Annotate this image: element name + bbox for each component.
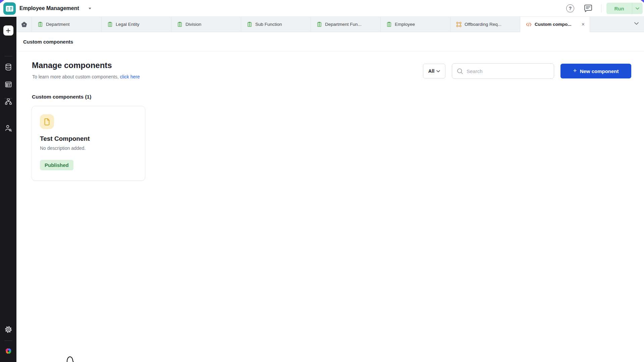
- tab-offboarding-request[interactable]: Offboarding Req...: [450, 17, 520, 32]
- filter-dropdown-value: All: [428, 68, 435, 74]
- sidebar-divider: [4, 56, 12, 56]
- tab-label: Custom compo...: [535, 22, 572, 27]
- tab-custom-components-active[interactable]: Custom compo... ×: [520, 17, 590, 32]
- plus-icon: +: [573, 67, 577, 74]
- new-component-label: New component: [580, 68, 619, 74]
- comment-icon[interactable]: [584, 4, 593, 13]
- page-title: Custom components: [16, 33, 644, 51]
- table-icon: [247, 22, 252, 27]
- workflow-icon: [456, 22, 462, 27]
- left-sidebar: [0, 17, 16, 362]
- app-logo-idcard-icon[interactable]: [3, 2, 16, 15]
- topbar-divider: [601, 4, 601, 12]
- app-title-caret-icon[interactable]: [89, 8, 91, 9]
- tab-label: Offboarding Req...: [465, 22, 501, 27]
- manage-components-heading: Manage components: [32, 61, 112, 70]
- sidebar-divider: [4, 98, 12, 99]
- ink-annotation: [66, 354, 78, 362]
- run-dropdown-button[interactable]: [632, 3, 643, 14]
- status-badge: Published: [40, 160, 73, 170]
- tab-label: Department: [46, 22, 70, 27]
- table-icon: [177, 22, 182, 27]
- chevron-down-icon: [436, 70, 440, 72]
- tab-label: Department Fun...: [325, 22, 362, 27]
- table-icon: [38, 22, 43, 27]
- component-description: No description added.: [40, 145, 137, 151]
- search-icon: [457, 68, 463, 74]
- tab-label: Legal Entity: [116, 22, 140, 27]
- tab-label: Employee: [395, 22, 415, 27]
- tab-department[interactable]: Department: [32, 17, 102, 32]
- add-new-button[interactable]: [0, 25, 16, 36]
- plus-icon: [3, 25, 13, 36]
- sidebar-item-workflows[interactable]: [0, 98, 16, 105]
- help-glyph: ?: [569, 6, 572, 11]
- table-icon: [107, 22, 113, 27]
- tab-label: Sub Function: [255, 22, 282, 27]
- tab-sub-function[interactable]: Sub Function: [241, 17, 311, 32]
- filter-dropdown[interactable]: All: [423, 64, 445, 78]
- run-button-group: Run: [606, 3, 643, 14]
- app-title: Employee Management: [19, 0, 79, 17]
- tab-employee[interactable]: Employee: [381, 17, 450, 32]
- new-component-button[interactable]: + New component: [560, 64, 631, 78]
- table-icon: [386, 22, 392, 27]
- tab-overflow-chevron-icon[interactable]: [634, 22, 639, 25]
- sidebar-item-database[interactable]: [0, 63, 16, 71]
- tab-bar: Department Legal Entity Division Sub Fun…: [16, 17, 644, 32]
- table-icon: [317, 22, 322, 27]
- click-here-link[interactable]: click here: [120, 74, 140, 79]
- brand-logo-icon[interactable]: [0, 347, 16, 355]
- settings-gear-icon[interactable]: [0, 325, 16, 334]
- component-title: Test Component: [40, 135, 137, 142]
- file-icon: [40, 114, 54, 129]
- help-icon[interactable]: ?: [566, 4, 574, 12]
- home-tab-button[interactable]: [16, 17, 32, 32]
- manage-components-subtitle: To learn more about custom components,cl…: [32, 74, 140, 79]
- page-title-text: Custom components: [23, 39, 73, 45]
- tab-division[interactable]: Division: [171, 17, 241, 32]
- search-input[interactable]: [467, 68, 549, 74]
- sidebar-item-users[interactable]: [0, 124, 16, 132]
- sidebar-item-pages[interactable]: [0, 81, 16, 88]
- run-button[interactable]: Run: [606, 3, 632, 14]
- top-bar: Employee Management ? Run: [0, 0, 644, 17]
- tab-label: Division: [185, 22, 201, 27]
- tab-legal-entity[interactable]: Legal Entity: [102, 17, 171, 32]
- component-card[interactable]: Test Component No description added. Pub…: [32, 106, 145, 181]
- custom-components-count-heading: Custom components (1): [32, 94, 91, 100]
- tab-department-function[interactable]: Department Fun...: [311, 17, 381, 32]
- code-icon: [526, 22, 532, 27]
- sidebar-divider: [4, 341, 12, 341]
- tab-close-icon[interactable]: ×: [581, 21, 586, 28]
- subtitle-text: To learn more about custom components,: [32, 74, 119, 79]
- search-container: [452, 63, 554, 79]
